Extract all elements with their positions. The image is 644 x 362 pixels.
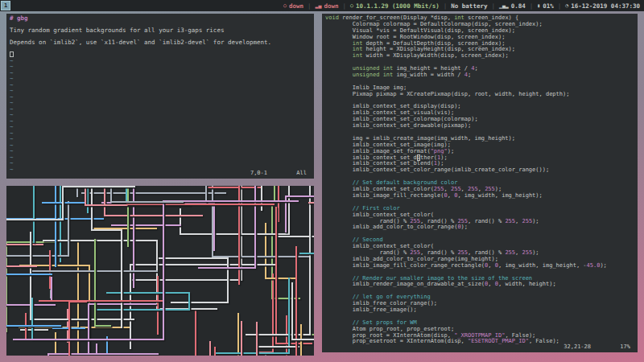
editor-line: ~ (10, 64, 314, 70)
scroll-indicator: All (296, 170, 307, 176)
editor-line: ~ (10, 94, 314, 101)
editor-line: imlib_free_image(); (325, 307, 638, 314)
editor-line: unsigned int img_width = width / 4; (325, 72, 638, 79)
editor-line (10, 51, 314, 58)
editor-line: ~ (10, 58, 314, 64)
status-text: 10.1.1.29 (1000 Mbit/s) (356, 2, 440, 10)
readme-buffer: # gbg Tiny random gradient backgrounds f… (6, 14, 314, 172)
vpn-status-icon: ○ (283, 2, 287, 9)
editor-line: ~ (10, 130, 314, 137)
editor-line: ~ (10, 100, 314, 106)
status-text: 16-12-2019 04:37:30 (571, 2, 640, 10)
separator: | (530, 2, 534, 10)
editor-line: # gbg (10, 15, 314, 22)
workspace-button-1[interactable]: 1 (1, 1, 10, 10)
cursor-position: 7,0-1 (250, 170, 267, 176)
editor-line: int width = XDisplayWidth(disp, screen_i… (325, 53, 638, 60)
editor-line: imlib_render_image_on_drawable_at_size(0… (325, 282, 638, 288)
editor-line: imlib_add_color_to_color_range(0); (325, 224, 638, 231)
editor-line: ~ (10, 136, 314, 142)
status-text: No battery (451, 2, 487, 10)
editor-line: ~ (10, 82, 314, 88)
editor-line: imlib_image_fill_rectangle(0, 0, img_wid… (325, 193, 638, 200)
editor-line: ~ (10, 76, 314, 82)
editor-line: imlib_image_fill_color_range_rectangle(0… (325, 263, 638, 269)
status-item: ▂▄down (316, 2, 339, 10)
code-terminal-window[interactable]: void render_for_screen(Display *disp, in… (322, 14, 638, 352)
status-text: 01% (543, 2, 554, 10)
scroll-indicator: 17% (620, 343, 630, 350)
status-text: down (289, 2, 303, 10)
editor-line: imlib_context_set_color_range(imlib_crea… (325, 167, 638, 174)
status-item: ◔16-12-2019 04:37:30 (565, 2, 640, 10)
editor-line: Tiny random gradient backgrounds for all… (10, 27, 314, 34)
editor-line: ~ (10, 70, 314, 76)
editor-line: Depends on `imlib2`, use `x11-devel` and… (10, 39, 314, 46)
editor-line: ~ (10, 118, 314, 125)
status-item: ○down (283, 2, 303, 10)
editor-line (10, 46, 314, 52)
status-item: ○10.1.1.29 (1000 Mbit/s) (350, 2, 440, 10)
separator: | (342, 2, 346, 10)
clock-icon: ◔ (565, 2, 568, 9)
editor-line: ~ (10, 142, 314, 149)
editor-line: imlib_context_set_drawable(pixmap); (325, 123, 638, 130)
ethernet-icon: ○ (350, 2, 353, 9)
separator: | (308, 2, 312, 10)
readme-ruler: 7,0-1 All (6, 170, 314, 176)
code-buffer: void render_for_screen(Display *disp, in… (322, 14, 638, 345)
editor-line: ~ (10, 124, 314, 130)
editor-line: ~ (10, 106, 314, 113)
cursor-position: 32,21-28 (564, 343, 591, 350)
editor-line: ~ (10, 112, 314, 118)
wifi-signal-icon: ▂▄ (316, 2, 322, 9)
editor-line: ~ (10, 148, 314, 154)
i3bar: 1 ○down|▂▄down|○10.1.1.29 (1000 Mbit/s)|… (0, 0, 644, 11)
load-chart-icon: ▁▄▂ (499, 2, 509, 9)
editor-line: ~ (10, 160, 314, 167)
separator: | (444, 2, 448, 10)
status-item: ▁▄▂0.84 (499, 2, 526, 10)
editor-line: Pixmap pixmap = XCreatePixmap(disp, root… (325, 92, 638, 98)
code-ruler: 32,21-28 17% (322, 343, 638, 350)
volume-icon: ▮ (537, 2, 540, 9)
desktop: 1 ○down|▂▄down|○10.1.1.29 (1000 Mbit/s)|… (0, 0, 644, 362)
status-text: down (324, 2, 338, 10)
editor-line: ~ (10, 88, 314, 94)
status-item: No battery (451, 2, 487, 10)
status-text: 0.84 (511, 2, 526, 10)
editor-line: ~ (10, 154, 314, 161)
status-item: ▮01% (537, 2, 553, 10)
separator: | (558, 2, 562, 10)
readme-terminal-window[interactable]: # gbg Tiny random gradient backgrounds f… (6, 14, 314, 179)
image-viewer-window[interactable] (6, 186, 314, 356)
status-bar: ○down|▂▄down|○10.1.1.29 (1000 Mbit/s)|No… (283, 2, 644, 10)
separator: | (491, 2, 495, 10)
generated-art (6, 186, 314, 356)
